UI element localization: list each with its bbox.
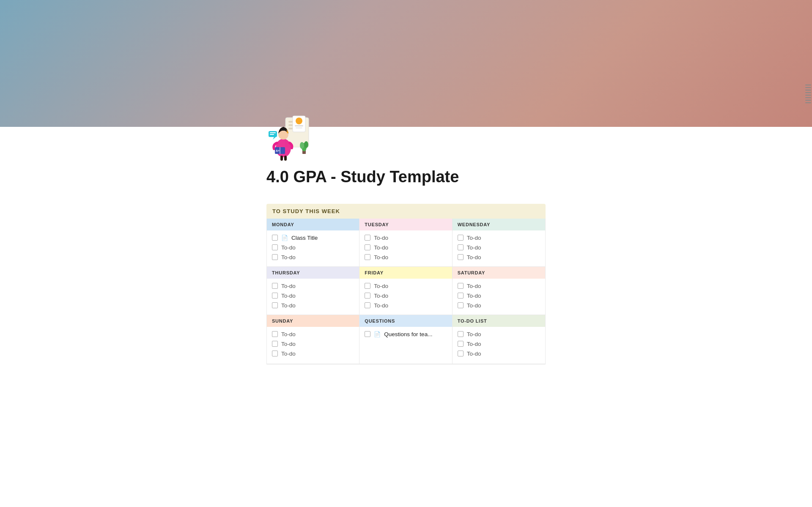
days-grid: MONDAY📄Class TitleTo-doTo-doTUESDAYTo-do… <box>266 219 546 364</box>
checkbox[interactable] <box>272 351 278 356</box>
page-icon: 📄 <box>281 235 288 241</box>
page-title: 4.0 GPA - Study Template <box>266 167 546 187</box>
day-block-monday: MONDAY📄Class TitleTo-doTo-do <box>267 219 359 267</box>
checkbox[interactable] <box>272 254 278 260</box>
checkbox[interactable] <box>272 293 278 299</box>
checkbox[interactable] <box>458 302 464 308</box>
task-text: To-do <box>374 302 388 309</box>
checkbox[interactable] <box>365 283 370 289</box>
checkbox[interactable] <box>272 283 278 289</box>
day-header-friday: FRIDAY <box>359 267 452 279</box>
study-section: TO STUDY THIS WEEK MONDAY📄Class TitleTo-… <box>266 204 546 364</box>
task-list-friday: To-doTo-doTo-do <box>359 279 452 315</box>
task-item: To-do <box>456 281 542 291</box>
svg-marker-24 <box>273 137 276 140</box>
day-header-sunday: SUNDAY <box>267 315 359 327</box>
page-content: A+ 4.0 GPA - Study Template TO STUDY THI… <box>258 110 554 403</box>
svg-rect-17 <box>280 156 283 161</box>
checkbox[interactable] <box>365 244 370 250</box>
task-text: To-do <box>374 254 388 260</box>
task-list-todolist: To-doTo-doTo-do <box>453 327 545 363</box>
day-block-friday: FRIDAYTo-doTo-doTo-do <box>359 267 452 315</box>
day-header-saturday: SATURDAY <box>453 267 545 279</box>
task-text: To-do <box>467 235 481 241</box>
svg-point-22 <box>304 141 308 148</box>
task-text: To-do <box>374 283 388 289</box>
checkbox[interactable] <box>272 341 278 347</box>
task-item: To-do <box>456 233 542 243</box>
checkbox[interactable] <box>272 302 278 308</box>
task-item: To-do <box>456 243 542 252</box>
day-block-todolist: TO-DO LISTTo-doTo-doTo-do <box>453 315 545 364</box>
task-text: To-do <box>281 244 296 251</box>
checkbox[interactable] <box>458 341 464 347</box>
checkbox[interactable] <box>458 351 464 356</box>
task-item: To-do <box>363 301 448 310</box>
task-item: To-do <box>456 339 542 349</box>
checkbox[interactable] <box>365 331 370 337</box>
task-text: To-do <box>281 341 296 347</box>
task-item: To-do <box>363 291 448 301</box>
task-text: To-do <box>281 351 296 357</box>
task-item: To-do <box>270 349 356 359</box>
task-item: To-do <box>363 281 448 291</box>
task-text: To-do <box>467 293 481 299</box>
task-item: To-do <box>456 329 542 339</box>
checkbox[interactable] <box>458 331 464 337</box>
svg-rect-25 <box>270 132 276 133</box>
task-item: 📄Class Title <box>270 233 356 243</box>
task-text: To-do <box>281 293 296 299</box>
task-item: To-do <box>363 243 448 252</box>
task-text: To-do <box>467 283 481 289</box>
checkbox[interactable] <box>365 254 370 260</box>
scrollbar-line <box>805 87 811 88</box>
task-item: To-do <box>270 252 356 262</box>
checkbox[interactable] <box>365 302 370 308</box>
section-header: TO STUDY THIS WEEK <box>266 204 546 219</box>
student-illustration-svg: A+ <box>266 110 317 161</box>
task-list-thursday: To-doTo-doTo-do <box>267 279 359 315</box>
day-header-monday: MONDAY <box>267 219 359 230</box>
scrollbar-line <box>805 85 811 85</box>
checkbox[interactable] <box>272 331 278 337</box>
task-item: To-do <box>270 301 356 310</box>
scrollbar-line <box>805 100 811 101</box>
checkbox[interactable] <box>458 283 464 289</box>
task-text: To-do <box>467 341 481 347</box>
scrollbar-line <box>805 92 811 93</box>
task-item: To-do <box>456 252 542 262</box>
checkbox[interactable] <box>365 293 370 299</box>
day-block-wednesday: WEDNESDAYTo-doTo-doTo-do <box>453 219 545 267</box>
task-item: 📄Questions for tea... <box>363 329 448 339</box>
task-list-questions: 📄Questions for tea... <box>359 327 452 364</box>
checkbox[interactable] <box>272 235 278 241</box>
scrollbar-line <box>805 95 811 96</box>
task-item: To-do <box>456 301 542 310</box>
checkbox[interactable] <box>272 244 278 250</box>
page-icon: 📄 <box>374 331 381 337</box>
task-text: To-do <box>467 254 481 260</box>
task-item: To-do <box>456 291 542 301</box>
day-header-questions: QUESTIONS <box>359 315 452 327</box>
task-text: To-do <box>281 283 296 289</box>
task-text: To-do <box>467 331 481 337</box>
scrollbar-line <box>805 102 811 103</box>
svg-rect-6 <box>295 125 303 126</box>
scrollbar-track <box>807 85 809 169</box>
task-text: To-do <box>281 254 296 260</box>
checkbox[interactable] <box>458 293 464 299</box>
task-item <box>363 339 448 349</box>
task-text: To-do <box>467 244 481 251</box>
day-header-tuesday: TUESDAY <box>359 219 452 230</box>
checkbox[interactable] <box>458 244 464 250</box>
task-item: To-do <box>270 281 356 291</box>
day-header-todolist: TO-DO LIST <box>453 315 545 327</box>
task-item: To-do <box>456 349 542 359</box>
checkbox[interactable] <box>458 254 464 260</box>
task-list-saturday: To-doTo-doTo-do <box>453 279 545 315</box>
task-text: To-do <box>374 244 388 251</box>
checkbox[interactable] <box>458 235 464 241</box>
checkbox[interactable] <box>365 235 370 241</box>
task-item: To-do <box>270 339 356 349</box>
svg-rect-18 <box>284 156 287 161</box>
